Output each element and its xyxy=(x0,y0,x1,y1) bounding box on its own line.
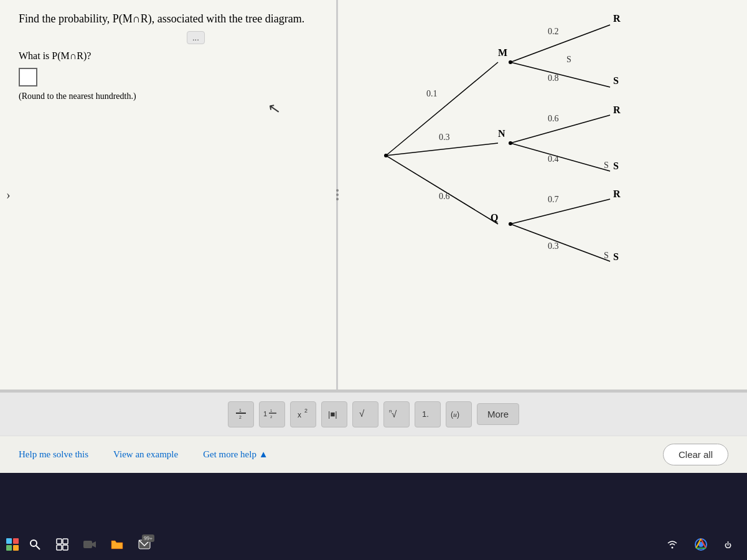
svg-point-30 xyxy=(384,154,388,157)
cursor-indicator: ↖ xyxy=(266,98,282,118)
superscript-icon: x2 xyxy=(296,406,310,422)
svg-line-50 xyxy=(36,546,40,549)
svg-text:S: S xyxy=(613,75,619,86)
svg-text:M: M xyxy=(498,47,507,58)
sqrt-icon: √ xyxy=(359,406,372,422)
svg-text:0.6: 0.6 xyxy=(548,114,559,123)
svg-text:R: R xyxy=(613,105,621,115)
taskbar-chrome-icon[interactable] xyxy=(690,533,712,556)
more-dots-area: ... xyxy=(187,31,205,44)
taskbar-usb-icon[interactable]: ⏻ xyxy=(718,533,741,556)
svg-text:0.1: 0.1 xyxy=(426,89,438,98)
windows-start-button[interactable] xyxy=(6,538,19,551)
fraction-button[interactable]: 12 xyxy=(228,401,254,427)
decimal-button[interactable]: 1. xyxy=(415,401,441,427)
svg-text:0.3: 0.3 xyxy=(439,133,450,142)
svg-text:√: √ xyxy=(392,409,397,419)
notification-badge: 99+ xyxy=(142,534,154,542)
help-solve-link[interactable]: Help me solve this xyxy=(19,449,88,460)
more-button[interactable]: More xyxy=(477,403,519,425)
svg-text:⏻: ⏻ xyxy=(725,541,731,549)
svg-text:R: R xyxy=(613,13,621,24)
svg-text:Q: Q xyxy=(491,212,498,223)
answer-input-box[interactable] xyxy=(19,68,37,86)
superscript-button[interactable]: x2 xyxy=(290,401,316,427)
clear-all-button[interactable]: Clear all xyxy=(663,444,728,465)
svg-marker-56 xyxy=(92,541,96,548)
svg-text:0.4: 0.4 xyxy=(548,154,559,164)
mixed-number-icon: 112 xyxy=(263,406,281,422)
svg-rect-51 xyxy=(57,539,62,544)
svg-line-9 xyxy=(510,25,610,62)
svg-text:S: S xyxy=(604,251,609,260)
svg-line-10 xyxy=(510,62,610,87)
svg-text:S: S xyxy=(566,55,571,64)
svg-text:S: S xyxy=(604,161,609,170)
action-bar: Help me solve this View an example Get m… xyxy=(0,436,747,473)
svg-line-2 xyxy=(386,156,498,224)
more-dots-button[interactable]: ... xyxy=(187,31,205,44)
svg-text:x: x xyxy=(298,411,301,419)
svg-point-49 xyxy=(31,540,37,546)
tree-diagram: 0.1 M 0.3 N 0.6 Q 0.2 R S 0.8 S 0.6 R xyxy=(324,0,747,311)
svg-rect-52 xyxy=(63,539,68,544)
svg-line-17 xyxy=(510,143,610,171)
svg-text:R: R xyxy=(613,189,621,199)
svg-text:0.2: 0.2 xyxy=(548,27,559,36)
view-example-link[interactable]: View an example xyxy=(113,449,178,460)
svg-text:1.: 1. xyxy=(422,409,429,419)
taskbar-camera-button[interactable] xyxy=(78,533,101,556)
taskbar: 99+ ⏻ xyxy=(0,529,747,560)
svg-text:N: N xyxy=(498,128,505,139)
taskbar-taskview-button[interactable] xyxy=(51,533,73,556)
taskbar-search-button[interactable] xyxy=(24,533,46,556)
svg-line-24 xyxy=(510,224,610,261)
svg-text:2: 2 xyxy=(270,415,273,419)
main-area: › Find the probability, P(M∩R), associat… xyxy=(0,0,747,473)
svg-text:S: S xyxy=(613,251,619,262)
svg-text:2: 2 xyxy=(304,408,308,414)
svg-point-32 xyxy=(509,141,512,145)
svg-text:0.3: 0.3 xyxy=(548,241,559,251)
taskbar-notifications-button[interactable]: 99+ xyxy=(133,533,156,556)
left-arrow[interactable]: › xyxy=(6,188,11,202)
mixed-number-button[interactable]: 112 xyxy=(259,401,285,427)
parentheses-button[interactable]: (𝑢) xyxy=(446,401,472,427)
svg-text:(𝑢): (𝑢) xyxy=(451,410,459,419)
nth-root-icon: n√ xyxy=(388,406,405,422)
svg-line-1 xyxy=(386,143,498,156)
svg-rect-53 xyxy=(57,545,62,550)
svg-line-16 xyxy=(510,115,610,143)
svg-rect-55 xyxy=(83,541,92,548)
svg-point-33 xyxy=(509,222,512,226)
svg-text:|■|: |■| xyxy=(328,409,337,419)
svg-text:0.8: 0.8 xyxy=(548,73,559,83)
svg-text:0.7: 0.7 xyxy=(548,195,559,204)
svg-text:√: √ xyxy=(359,408,365,419)
svg-text:1: 1 xyxy=(270,409,273,413)
svg-point-31 xyxy=(509,60,512,64)
svg-rect-54 xyxy=(63,545,68,550)
sqrt-button[interactable]: √ xyxy=(352,401,378,427)
decimal-icon: 1. xyxy=(421,406,435,422)
tree-svg: 0.1 M 0.3 N 0.6 Q 0.2 R S 0.8 S 0.6 R xyxy=(324,0,747,311)
math-toolbar: 12 112 x2 |■| √ xyxy=(0,392,747,436)
get-more-help-link[interactable]: Get more help ▲ xyxy=(203,449,268,460)
svg-text:1: 1 xyxy=(239,408,242,413)
nth-root-button[interactable]: n√ xyxy=(383,401,410,427)
absolute-value-button[interactable]: |■| xyxy=(321,401,347,427)
svg-text:0.6: 0.6 xyxy=(439,192,450,201)
svg-line-23 xyxy=(510,199,610,224)
fraction-icon: 12 xyxy=(234,406,248,422)
taskbar-network-icon[interactable] xyxy=(661,533,684,556)
absolute-value-icon: |■| xyxy=(327,406,341,422)
problem-area: › Find the probability, P(M∩R), associat… xyxy=(0,0,747,390)
svg-text:2: 2 xyxy=(239,415,242,419)
svg-text:S: S xyxy=(613,161,619,171)
parentheses-icon: (𝑢) xyxy=(450,406,467,422)
taskbar-files-button[interactable] xyxy=(106,533,128,556)
svg-text:1: 1 xyxy=(263,410,267,418)
